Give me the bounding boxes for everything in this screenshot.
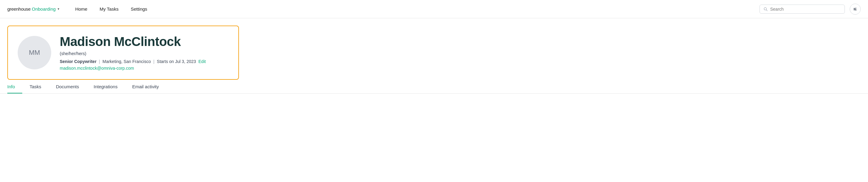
logo-onboarding-text: Onboarding	[32, 6, 56, 11]
tab-info[interactable]: Info	[7, 80, 22, 94]
divider-1: |	[99, 59, 100, 64]
search-box[interactable]	[760, 5, 845, 14]
profile-edit-link[interactable]: Edit	[198, 59, 206, 64]
svg-line-1	[766, 10, 767, 11]
nav-home[interactable]: Home	[69, 0, 94, 18]
user-avatar-button[interactable]: IE	[850, 4, 861, 14]
profile-card: MM Madison McClintock (she/her/hers) Sen…	[7, 26, 239, 80]
profile-meta: Senior Copywriter | Marketing, San Franc…	[60, 59, 206, 64]
nav-links: Home My Tasks Settings	[69, 0, 153, 18]
profile-pronouns: (she/her/hers)	[60, 51, 206, 56]
search-input[interactable]	[770, 7, 841, 11]
nav-right: IE	[760, 4, 861, 14]
nav-my-tasks[interactable]: My Tasks	[94, 0, 125, 18]
profile-email-link[interactable]: madison.mcclintock@omniva-corp.com	[60, 66, 206, 71]
chevron-down-icon: ▾	[58, 7, 59, 11]
divider-2: |	[153, 59, 155, 64]
navbar: greenhouse Onboarding ▾ Home My Tasks Se…	[0, 0, 868, 18]
nav-settings[interactable]: Settings	[125, 0, 153, 18]
logo[interactable]: greenhouse Onboarding ▾	[7, 6, 59, 11]
profile-department-location: Marketing, San Francisco	[102, 59, 151, 64]
tab-documents[interactable]: Documents	[49, 80, 86, 94]
logo-greenhouse-text: greenhouse	[7, 6, 30, 11]
main-content: MM Madison McClintock (she/her/hers) Sen…	[0, 18, 868, 80]
profile-start-date: Starts on Jul 3, 2023	[157, 59, 196, 64]
tab-tasks[interactable]: Tasks	[22, 80, 49, 94]
svg-point-0	[764, 7, 767, 10]
tab-integrations[interactable]: Integrations	[86, 80, 125, 94]
tab-email-activity[interactable]: Email activity	[125, 80, 166, 94]
avatar: MM	[18, 36, 51, 69]
profile-name: Madison McClintock	[60, 35, 206, 49]
tabs-container: Info Tasks Documents Integrations Email …	[0, 80, 868, 94]
profile-title: Senior Copywriter	[60, 59, 97, 64]
search-icon	[764, 7, 768, 11]
profile-info: Madison McClintock (she/her/hers) Senior…	[60, 35, 206, 71]
